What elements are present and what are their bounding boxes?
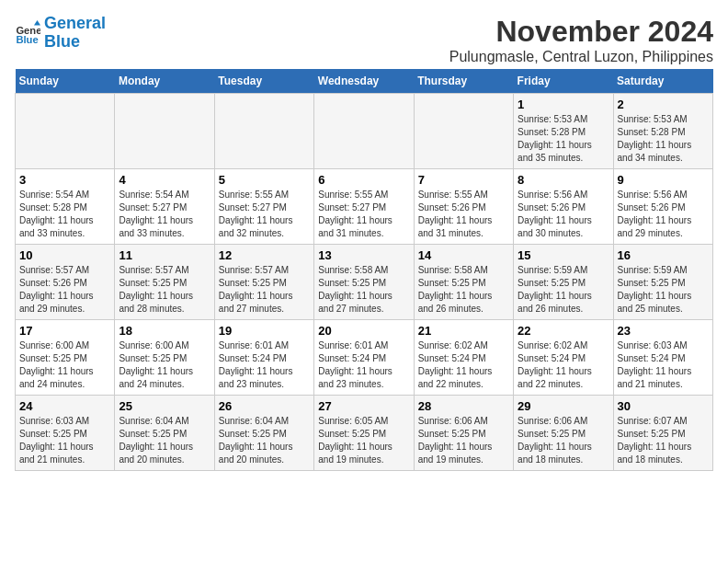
calendar-cell: 24Sunrise: 6:03 AM Sunset: 5:25 PM Dayli… xyxy=(16,396,115,471)
day-number: 19 xyxy=(219,324,310,338)
day-info: Sunrise: 6:04 AM Sunset: 5:25 PM Dayligh… xyxy=(119,415,210,466)
calendar-week-row: 3Sunrise: 5:54 AM Sunset: 5:28 PM Daylig… xyxy=(16,169,713,245)
calendar-cell: 18Sunrise: 6:00 AM Sunset: 5:25 PM Dayli… xyxy=(115,320,214,396)
day-info: Sunrise: 5:54 AM Sunset: 5:27 PM Dayligh… xyxy=(119,189,210,240)
page-title: November 2024 xyxy=(449,15,713,49)
day-info: Sunrise: 6:07 AM Sunset: 5:25 PM Dayligh… xyxy=(618,415,709,466)
day-info: Sunrise: 5:55 AM Sunset: 5:27 PM Dayligh… xyxy=(219,189,310,240)
calendar-cell xyxy=(314,94,414,169)
day-number: 13 xyxy=(318,248,409,262)
calendar-cell: 17Sunrise: 6:00 AM Sunset: 5:25 PM Dayli… xyxy=(16,320,115,396)
calendar-cell: 29Sunrise: 6:06 AM Sunset: 5:25 PM Dayli… xyxy=(514,396,613,471)
calendar-cell: 23Sunrise: 6:03 AM Sunset: 5:24 PM Dayli… xyxy=(613,320,712,396)
day-number: 25 xyxy=(119,399,210,413)
logo-icon: General Blue xyxy=(15,20,40,46)
calendar-cell: 14Sunrise: 5:58 AM Sunset: 5:25 PM Dayli… xyxy=(414,245,513,320)
day-info: Sunrise: 5:57 AM Sunset: 5:26 PM Dayligh… xyxy=(19,264,110,316)
calendar-cell: 13Sunrise: 5:58 AM Sunset: 5:25 PM Dayli… xyxy=(314,245,414,320)
weekday-header: Thursday xyxy=(414,69,513,94)
page-header: General Blue GeneralBlue November 2024 P… xyxy=(15,15,713,65)
calendar-cell: 22Sunrise: 6:02 AM Sunset: 5:24 PM Dayli… xyxy=(514,320,613,396)
day-number: 4 xyxy=(119,173,210,187)
calendar-table: SundayMondayTuesdayWednesdayThursdayFrid… xyxy=(15,69,713,471)
calendar-cell: 12Sunrise: 5:57 AM Sunset: 5:25 PM Dayli… xyxy=(214,245,313,320)
day-info: Sunrise: 5:55 AM Sunset: 5:26 PM Dayligh… xyxy=(418,189,509,240)
calendar-cell: 16Sunrise: 5:59 AM Sunset: 5:25 PM Dayli… xyxy=(613,245,712,320)
title-block: November 2024 Pulungmasle, Central Luzon… xyxy=(449,15,713,65)
day-number: 24 xyxy=(19,399,110,413)
weekday-header: Monday xyxy=(115,69,214,94)
weekday-header: Sunday xyxy=(16,69,115,94)
day-number: 10 xyxy=(19,248,110,262)
day-number: 8 xyxy=(518,173,609,187)
logo-text: GeneralBlue xyxy=(44,15,106,52)
day-number: 18 xyxy=(119,324,210,338)
day-info: Sunrise: 5:56 AM Sunset: 5:26 PM Dayligh… xyxy=(618,189,709,240)
day-info: Sunrise: 6:01 AM Sunset: 5:24 PM Dayligh… xyxy=(219,339,310,391)
calendar-cell: 21Sunrise: 6:02 AM Sunset: 5:24 PM Dayli… xyxy=(414,320,513,396)
calendar-cell: 8Sunrise: 5:56 AM Sunset: 5:26 PM Daylig… xyxy=(514,169,613,245)
weekday-header: Saturday xyxy=(613,69,712,94)
calendar-cell: 9Sunrise: 5:56 AM Sunset: 5:26 PM Daylig… xyxy=(613,169,712,245)
day-number: 2 xyxy=(618,98,709,111)
calendar-cell: 2Sunrise: 5:53 AM Sunset: 5:28 PM Daylig… xyxy=(613,94,712,169)
day-number: 5 xyxy=(219,173,310,187)
day-info: Sunrise: 5:57 AM Sunset: 5:25 PM Dayligh… xyxy=(219,264,310,316)
day-number: 21 xyxy=(418,324,509,338)
day-number: 1 xyxy=(518,98,609,111)
day-info: Sunrise: 6:06 AM Sunset: 5:25 PM Dayligh… xyxy=(518,415,609,466)
day-number: 22 xyxy=(518,324,609,338)
calendar-cell: 11Sunrise: 5:57 AM Sunset: 5:25 PM Dayli… xyxy=(115,245,214,320)
day-info: Sunrise: 5:53 AM Sunset: 5:28 PM Dayligh… xyxy=(518,113,609,165)
day-info: Sunrise: 6:05 AM Sunset: 5:25 PM Dayligh… xyxy=(318,415,409,466)
day-info: Sunrise: 5:53 AM Sunset: 5:28 PM Dayligh… xyxy=(618,113,709,165)
calendar-week-row: 10Sunrise: 5:57 AM Sunset: 5:26 PM Dayli… xyxy=(16,245,713,320)
day-info: Sunrise: 6:00 AM Sunset: 5:25 PM Dayligh… xyxy=(119,339,210,391)
calendar-cell: 5Sunrise: 5:55 AM Sunset: 5:27 PM Daylig… xyxy=(214,169,313,245)
calendar-cell: 28Sunrise: 6:06 AM Sunset: 5:25 PM Dayli… xyxy=(414,396,513,471)
logo: General Blue GeneralBlue xyxy=(15,15,106,52)
calendar-cell: 3Sunrise: 5:54 AM Sunset: 5:28 PM Daylig… xyxy=(16,169,115,245)
weekday-header: Tuesday xyxy=(214,69,313,94)
day-number: 12 xyxy=(219,248,310,262)
day-info: Sunrise: 6:01 AM Sunset: 5:24 PM Dayligh… xyxy=(318,339,409,391)
day-number: 15 xyxy=(518,248,609,262)
calendar-week-row: 1Sunrise: 5:53 AM Sunset: 5:28 PM Daylig… xyxy=(16,94,713,169)
day-number: 27 xyxy=(318,399,409,413)
calendar-week-row: 24Sunrise: 6:03 AM Sunset: 5:25 PM Dayli… xyxy=(16,396,713,471)
calendar-cell xyxy=(214,94,313,169)
day-number: 11 xyxy=(119,248,210,262)
day-info: Sunrise: 5:58 AM Sunset: 5:25 PM Dayligh… xyxy=(418,264,509,316)
day-number: 17 xyxy=(19,324,110,338)
page-subtitle: Pulungmasle, Central Luzon, Philippines xyxy=(449,49,713,65)
weekday-header-row: SundayMondayTuesdayWednesdayThursdayFrid… xyxy=(16,69,713,94)
day-info: Sunrise: 6:03 AM Sunset: 5:25 PM Dayligh… xyxy=(19,415,110,466)
day-info: Sunrise: 5:58 AM Sunset: 5:25 PM Dayligh… xyxy=(318,264,409,316)
day-number: 29 xyxy=(518,399,609,413)
day-number: 14 xyxy=(418,248,509,262)
day-info: Sunrise: 6:00 AM Sunset: 5:25 PM Dayligh… xyxy=(19,339,110,391)
day-number: 23 xyxy=(618,324,709,338)
day-info: Sunrise: 5:54 AM Sunset: 5:28 PM Dayligh… xyxy=(19,189,110,240)
day-number: 28 xyxy=(418,399,509,413)
calendar-cell: 15Sunrise: 5:59 AM Sunset: 5:25 PM Dayli… xyxy=(514,245,613,320)
day-info: Sunrise: 5:59 AM Sunset: 5:25 PM Dayligh… xyxy=(518,264,609,316)
svg-text:Blue: Blue xyxy=(16,34,38,45)
calendar-cell: 25Sunrise: 6:04 AM Sunset: 5:25 PM Dayli… xyxy=(115,396,214,471)
calendar-cell: 27Sunrise: 6:05 AM Sunset: 5:25 PM Dayli… xyxy=(314,396,414,471)
calendar-week-row: 17Sunrise: 6:00 AM Sunset: 5:25 PM Dayli… xyxy=(16,320,713,396)
weekday-header: Wednesday xyxy=(314,69,414,94)
calendar-cell: 10Sunrise: 5:57 AM Sunset: 5:26 PM Dayli… xyxy=(16,245,115,320)
weekday-header: Friday xyxy=(514,69,613,94)
day-number: 16 xyxy=(618,248,709,262)
day-info: Sunrise: 6:02 AM Sunset: 5:24 PM Dayligh… xyxy=(418,339,509,391)
day-info: Sunrise: 5:55 AM Sunset: 5:27 PM Dayligh… xyxy=(318,189,409,240)
calendar-cell: 7Sunrise: 5:55 AM Sunset: 5:26 PM Daylig… xyxy=(414,169,513,245)
svg-marker-2 xyxy=(34,20,40,26)
calendar-cell: 4Sunrise: 5:54 AM Sunset: 5:27 PM Daylig… xyxy=(115,169,214,245)
day-number: 7 xyxy=(418,173,509,187)
day-info: Sunrise: 5:56 AM Sunset: 5:26 PM Dayligh… xyxy=(518,189,609,240)
calendar-cell: 26Sunrise: 6:04 AM Sunset: 5:25 PM Dayli… xyxy=(214,396,313,471)
calendar-cell: 20Sunrise: 6:01 AM Sunset: 5:24 PM Dayli… xyxy=(314,320,414,396)
calendar-cell: 1Sunrise: 5:53 AM Sunset: 5:28 PM Daylig… xyxy=(514,94,613,169)
